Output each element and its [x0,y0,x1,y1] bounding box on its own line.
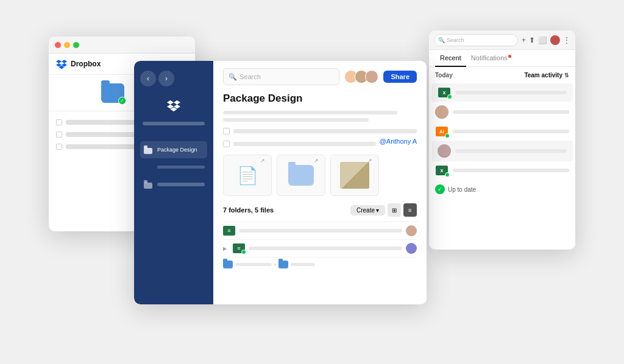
search-icon: 🔍 [229,73,237,81]
activity-excel-icon-1: x [438,87,451,98]
sidebar-item-label-2 [157,183,205,186]
text-line-1 [223,111,397,114]
dropbox-title: Dropbox [71,60,101,68]
plus-icon[interactable]: + [522,36,526,44]
sidebar-dropbox-logo [140,99,207,112]
file-rows: ≡ ▶ ≡ [223,222,417,271]
svg-rect-3 [144,180,147,183]
activity-toolbar-icons: + ⬆ ⬜ ⋮ [522,35,570,45]
window-activity: 🔍 Search + ⬆ ⬜ ⋮ Recent Notifications To… [429,30,575,250]
document-icon: 📄 [237,166,258,186]
expand-icon[interactable]: ▶ [223,246,229,251]
arrow-icon-2: ↗ [314,158,322,166]
check-bar-2 [233,142,376,146]
file-row-bar-1 [239,229,402,233]
sidebar-item-package-design[interactable]: Package Design [140,141,207,158]
preview-image[interactable]: ↗ [330,155,379,196]
file-row-item-1[interactable]: ≡ [223,222,417,239]
maximize-button[interactable] [73,42,79,48]
up-to-date-icon: ✓ [435,184,445,194]
breadcrumb-row: › [223,257,417,271]
preview-folder[interactable]: ↗ [277,155,325,196]
activity-search-icon: 🔍 [438,37,445,43]
sidebar-sub-bar-1 [157,166,205,169]
file-icon-1: ≡ [223,226,235,236]
bottom-bar: 7 folders, 5 files Create ▾ ⊞ ≡ [223,203,417,217]
minimize-button[interactable] [64,42,70,48]
activity-bar-3 [453,130,569,133]
activity-bar-4 [455,149,567,153]
notification-dot [508,55,511,58]
nav-arrows: ‹ › [140,71,207,86]
main-content: 🔍 Search Share Package Design [213,61,427,304]
excel-icon-2: ≡ [233,243,245,253]
image-preview-icon [340,162,369,189]
folder-title: Package Design [223,93,417,105]
file-count: 7 folders, 5 files [223,206,274,214]
activity-bar-1 [455,91,567,94]
text-line-2 [223,118,369,122]
team-activity-selector[interactable]: Team activity ⇅ [524,72,569,79]
tab-recent[interactable]: Recent [435,50,466,67]
checkbox-item-2[interactable] [223,141,230,147]
tab-notifications[interactable]: Notifications [466,50,516,67]
check-row-2: @Anthony A [223,138,417,150]
window-main: ‹ › [134,61,427,304]
activity-item-3: Ai [429,122,575,141]
titlebar-dropbox [49,37,195,54]
up-to-date-text: Up to date [448,186,476,193]
checkbox-3[interactable] [56,144,62,150]
activity-ai-icon: Ai [435,126,448,137]
create-button[interactable]: Create ▾ [350,205,385,215]
close-button[interactable] [55,42,61,48]
up-to-date-row: ✓ Up to date [429,180,575,199]
forward-button[interactable]: › [158,71,174,86]
file-row-item-2[interactable]: ▶ ≡ [223,239,417,257]
share-icon[interactable]: ⬆ [529,36,535,44]
activity-subheader: Today Team activity ⇅ [429,67,575,81]
checkbox-item-1[interactable] [223,128,230,135]
sidebar-item-label-package: Package Design [157,147,197,153]
green-badge-3 [445,172,450,177]
user-avatar-small[interactable] [550,35,560,45]
file-row-avatar-1 [406,225,417,236]
breadcrumb-folder-icon-2 [278,261,288,268]
excel-icon: ≡ [223,226,235,236]
mention-text: @Anthony A [380,138,417,145]
share-button[interactable]: Share [383,71,417,83]
dropbox-logo-icon [56,58,67,69]
activity-user-avatar-1 [435,105,448,119]
activity-list: x Ai [429,81,575,201]
search-box[interactable]: 🔍 Search [223,68,339,85]
activity-search-text: Search [447,37,464,43]
folder-icon-2 [143,179,154,190]
window-icon[interactable]: ⬜ [538,36,547,44]
list-view-button[interactable]: ≡ [403,203,417,217]
checkbox-1[interactable] [56,119,62,125]
content-topbar: 🔍 Search Share [223,68,417,85]
checklist: @Anthony A [223,128,417,150]
today-label: Today [435,72,453,79]
file-icon-2: ≡ [233,243,245,253]
create-label: Create [356,207,375,214]
arrow-icon: ↗ [260,158,269,166]
breadcrumb-text-2 [291,263,315,266]
activity-excel-icon-2: x [435,165,448,176]
svg-rect-0 [144,148,152,154]
sidebar: ‹ › [134,61,213,304]
sync-check-icon: ✓ [118,97,126,105]
activity-item-1: x [431,83,573,102]
checkbox-2[interactable] [56,131,62,138]
activity-item-4 [431,141,573,161]
excel-badge [241,250,246,254]
chevron-up-down-icon: ⇅ [564,72,569,79]
activity-search-box[interactable]: 🔍 Search [434,34,518,46]
grid-view-button[interactable]: ⊞ [388,203,401,217]
preview-doc[interactable]: ↗ 📄 [223,155,272,196]
sidebar-item-2[interactable] [140,176,207,193]
avatar-3 [365,70,378,83]
back-button[interactable]: ‹ [140,71,156,86]
more-icon[interactable]: ⋮ [563,36,570,44]
description-lines [223,111,417,122]
activity-item-2 [429,102,575,122]
